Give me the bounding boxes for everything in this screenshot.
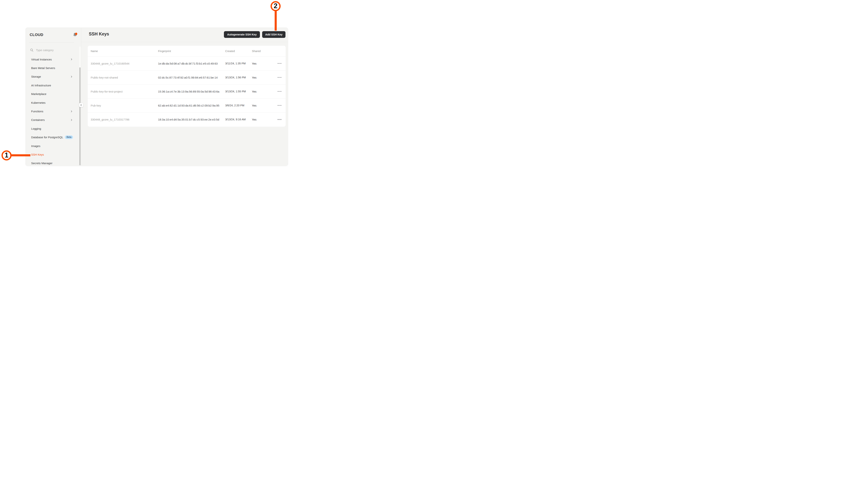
key-name: 330448_gcore_lu_1710160544: [91, 62, 158, 65]
row-actions-ellipsis-icon[interactable]: [277, 62, 282, 65]
key-created: 3/11/24, 1:35 PM: [225, 61, 252, 66]
row-actions-ellipsis-icon[interactable]: [277, 76, 282, 79]
key-name: Pub-key: [91, 104, 158, 107]
chevron-right-icon: [70, 119, 73, 121]
page-title: SSH Keys: [89, 32, 109, 36]
key-name: 330448_gcore_lu_1710317786: [91, 118, 158, 121]
key-created: 3/13/24, 9:16 AM: [225, 117, 252, 122]
key-fingerprint: 62:ab:e4:82:d1:1d:93:da:61:d6:56:c2:09:b…: [158, 104, 225, 107]
table-header-row: Name Fingerprint Created Shared: [88, 46, 286, 57]
column-header-shared: Shared: [252, 50, 277, 53]
sidebar-item-ai-infrastructure[interactable]: AI Infrastructure: [26, 81, 81, 90]
notifications-bell-icon[interactable]: [73, 33, 77, 37]
category-search-input[interactable]: Type category: [30, 47, 73, 53]
sidebar: CLOUD Type category: [26, 28, 81, 166]
chevron-right-icon: [70, 75, 73, 78]
search-icon: [30, 48, 33, 52]
key-created: 3/13/24, 1:55 PM: [225, 90, 252, 93]
key-fingerprint: 18:3a:10:e4:d4:5a:35:01:b7:dc:c5:93:ee:2…: [158, 118, 225, 121]
chevron-right-icon: [70, 58, 73, 61]
column-header-fingerprint: Fingerprint: [158, 50, 225, 53]
sidebar-scrollbar-thumb[interactable]: [79, 67, 81, 165]
table-row: Pub-key 62:ab:e4:82:d1:1d:93:da:61:d6:56…: [88, 99, 286, 113]
annotation-step-2-marker: 2: [271, 1, 281, 11]
column-header-created: Created: [225, 50, 252, 53]
notification-dot: [75, 33, 77, 35]
sidebar-title: CLOUD: [30, 33, 43, 37]
table-row: 330448_gcore_lu_1710160544 1e:db:da:5d:0…: [88, 57, 286, 70]
ssh-keys-table: Name Fingerprint Created Shared 330448_g…: [88, 46, 286, 127]
chevron-right-icon: [70, 110, 73, 113]
sidebar-nav: Virtual Instances Bare Metal Servers Sto…: [26, 55, 81, 166]
sidebar-item-ssh-keys[interactable]: SSH Keys: [26, 150, 81, 159]
sidebar-item-virtual-instances[interactable]: Virtual Instances: [26, 55, 81, 64]
annotation-2-connector-line: [275, 11, 277, 31]
key-shared: Yes: [252, 104, 277, 107]
sidebar-item-containers[interactable]: Containers: [26, 116, 81, 124]
key-fingerprint: 1e:db:da:5d:08:a7:db:dc:bf:71:f3:b1:e5:c…: [158, 62, 225, 65]
column-header-name: Name: [91, 50, 158, 53]
sidebar-item-images[interactable]: Images: [26, 141, 81, 150]
sidebar-item-marketplace[interactable]: Marketplace: [26, 90, 81, 98]
sidebar-item-bare-metal-servers[interactable]: Bare Metal Servers: [26, 64, 81, 72]
key-shared: Yes: [252, 118, 277, 121]
row-actions-ellipsis-icon[interactable]: [277, 104, 282, 107]
autogenerate-ssh-key-button[interactable]: Autogenerate SSH Key: [224, 31, 260, 38]
key-name: Public-key-not-shared: [91, 76, 158, 79]
main-content: SSH Keys Autogenerate SSH Key Add SSH Ke…: [81, 28, 288, 166]
key-created: 3/6/24, 2:20 PM: [225, 104, 252, 107]
sidebar-item-logging[interactable]: Logging: [26, 124, 81, 133]
row-actions-ellipsis-icon[interactable]: [277, 118, 282, 121]
header-divider: [81, 42, 288, 42]
sidebar-divider: [29, 42, 74, 43]
app-panel: CLOUD Type category: [25, 27, 288, 166]
sidebar-collapse-button[interactable]: [79, 103, 83, 107]
key-shared: Yes: [252, 62, 277, 65]
sidebar-item-database-for-postgresql[interactable]: Database for PostgreSQL Beta: [26, 133, 81, 141]
key-shared: Yes: [252, 76, 277, 79]
table-row: 330448_gcore_lu_1710317786 18:3a:10:e4:d…: [88, 113, 286, 126]
beta-badge: Beta: [65, 135, 73, 139]
key-shared: Yes: [252, 90, 277, 93]
search-placeholder: Type category: [36, 48, 54, 52]
sidebar-item-kubernetes[interactable]: Kubernetes: [26, 98, 81, 107]
table-row: Public-key-for-test-project 15:36:1a:c4:…: [88, 84, 286, 99]
table-row: Public-key-not-shared 02:dc:5c:87:73:4f:…: [88, 70, 286, 84]
chevron-left-icon: [80, 104, 82, 106]
key-name: Public-key-for-test-project: [91, 90, 158, 93]
key-fingerprint: 02:dc:5c:87:73:4f:92:a0:f1:99:84:e6:57:6…: [158, 76, 225, 79]
sidebar-item-functions[interactable]: Functions: [26, 107, 81, 115]
annotation-1-connector-line: [11, 154, 31, 156]
key-created: 3/13/24, 1:56 PM: [225, 76, 252, 79]
sidebar-item-storage[interactable]: Storage: [26, 72, 81, 81]
page: CLOUD Type category: [0, 0, 289, 167]
annotation-step-1-marker: 1: [1, 150, 12, 160]
add-ssh-key-button[interactable]: Add SSH Key: [262, 31, 285, 38]
row-actions-ellipsis-icon[interactable]: [277, 90, 282, 93]
sidebar-item-secrets-manager[interactable]: Secrets Manager: [26, 159, 81, 166]
key-fingerprint: 15:36:1a:c4:7e:3b:13:9a:56:89:55:0a:5d:9…: [158, 90, 225, 93]
sidebar-header: CLOUD: [30, 31, 77, 38]
